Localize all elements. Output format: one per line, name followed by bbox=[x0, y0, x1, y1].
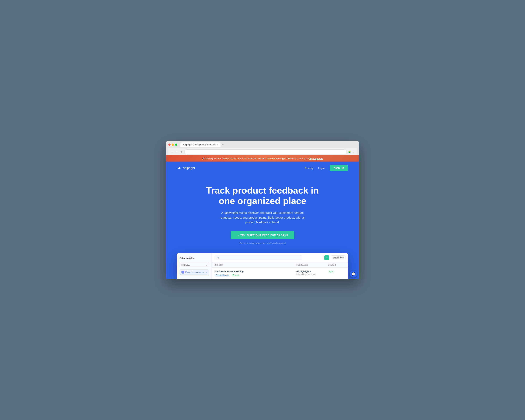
forward-button[interactable]: → bbox=[175, 150, 179, 154]
hero-title: Track product feedback in one organized … bbox=[201, 185, 324, 206]
sorted-by-dropdown[interactable]: Sorted by ▾ bbox=[331, 255, 346, 260]
browser-addressbar: ← → ↺ 🧩 ⋮ bbox=[168, 149, 357, 155]
nav-buttons: ← → ↺ bbox=[170, 150, 183, 154]
tab-title: Shipright - Track product feedback bbox=[183, 143, 215, 146]
dropdown-arrow: ▾ bbox=[206, 264, 207, 266]
col-insight: INSIGHT bbox=[215, 264, 296, 266]
app-preview: Filter Insights Status ▾ Enterprise cust… bbox=[177, 253, 348, 279]
col-status: STATUS bbox=[328, 264, 346, 266]
announcement-banner: 🚀 We've just launched on Product Hunt! T… bbox=[166, 155, 359, 161]
tab-close-button[interactable]: × bbox=[217, 144, 218, 146]
new-tab-button[interactable]: + bbox=[221, 142, 225, 147]
status-badge: WIP bbox=[328, 270, 334, 273]
traffic-lights bbox=[168, 143, 177, 146]
address-bar[interactable] bbox=[184, 149, 347, 154]
pricing-link[interactable]: Pricing bbox=[305, 167, 313, 169]
browser-tabs: Shipright - Track product feedback × + bbox=[180, 142, 225, 147]
announcement-cta[interactable]: Sign up now bbox=[309, 157, 323, 160]
close-button[interactable] bbox=[168, 143, 171, 146]
customer-avatar bbox=[181, 271, 184, 273]
browser-actions: 🧩 ⋮ bbox=[348, 150, 355, 153]
browser-tab-active[interactable]: Shipright - Track product feedback × bbox=[180, 142, 221, 147]
app-main: 🔍 + Sorted by ▾ bbox=[212, 253, 348, 279]
navbar: shipright Pricing Login SIGN UP bbox=[166, 161, 359, 175]
status-dropdown[interactable]: Status ▾ bbox=[179, 263, 209, 267]
status-icon bbox=[181, 264, 184, 266]
signup-button[interactable]: SIGN UP bbox=[330, 165, 348, 171]
tag-projects: Projects bbox=[232, 274, 241, 277]
filter-insights-label: Filter Insights bbox=[177, 257, 212, 261]
logo-icon bbox=[177, 166, 182, 171]
status-label: Status bbox=[184, 264, 190, 266]
maximize-button[interactable] bbox=[175, 143, 177, 146]
refresh-button[interactable]: ↺ bbox=[179, 150, 183, 154]
browser-titlebar: Shipright - Track product feedback × + bbox=[168, 142, 357, 147]
toolbar-actions: + Sorted by ▾ bbox=[324, 255, 346, 260]
insights-table: INSIGHT FEEDBACK STATUS Markdown for com… bbox=[212, 262, 348, 279]
hero-section: Track product feedback in one organized … bbox=[166, 175, 359, 253]
search-icon: 🔍 bbox=[217, 257, 219, 259]
minimize-button[interactable] bbox=[172, 143, 174, 146]
logo-text: shipright bbox=[183, 166, 195, 170]
cta-button[interactable]: → TRY SHIPRIGHT FREE FOR 30 DAYS bbox=[231, 231, 295, 239]
back-button[interactable]: ← bbox=[170, 150, 174, 154]
chat-icon: 💬 bbox=[352, 272, 356, 276]
tag-feature-request: Feature Request bbox=[215, 274, 230, 277]
insight-title: Markdown for commenting bbox=[215, 270, 296, 273]
insight-cell: Markdown for commenting Feature Request … bbox=[215, 270, 296, 277]
extensions-icon[interactable]: 🧩 bbox=[348, 150, 351, 153]
sorted-by-label: Sorted by bbox=[333, 257, 342, 259]
website: 🚀 We've just launched on Product Hunt! T… bbox=[166, 155, 359, 279]
customer-filter-label: Enterprise customers bbox=[185, 271, 204, 273]
announcement-text: 🚀 We've just launched on Product Hunt! T… bbox=[202, 157, 257, 160]
customer-filter[interactable]: Enterprise customers ▾ bbox=[179, 270, 209, 275]
logo[interactable]: shipright bbox=[177, 166, 195, 171]
table-header: INSIGHT FEEDBACK STATUS bbox=[212, 262, 348, 268]
hero-subtitle: A lightweight tool to discover and track… bbox=[217, 211, 308, 225]
sorted-by-arrow: ▾ bbox=[342, 257, 344, 259]
login-link[interactable]: Login bbox=[318, 167, 325, 169]
status-cell: WIP bbox=[328, 270, 346, 273]
search-bar[interactable]: 🔍 bbox=[215, 255, 302, 260]
chat-widget[interactable]: 💬 bbox=[350, 271, 357, 278]
menu-icon[interactable]: ⋮ bbox=[352, 150, 355, 153]
app-toolbar: 🔍 + Sorted by ▾ bbox=[212, 253, 348, 262]
hero-note: Get access by today – No credit card req… bbox=[173, 242, 352, 244]
status-filter[interactable]: Status ▾ bbox=[177, 261, 212, 269]
customer-dropdown-arrow: ▾ bbox=[206, 271, 207, 273]
insight-tags: Feature Request Projects bbox=[215, 274, 296, 277]
app-sidebar: Filter Insights Status ▾ Enterprise cust… bbox=[177, 253, 212, 279]
col-feedback: FEEDBACK bbox=[296, 264, 328, 266]
nav-links: Pricing Login SIGN UP bbox=[305, 165, 348, 171]
add-insight-button[interactable]: + bbox=[324, 255, 329, 260]
announcement-highlight: the next 25 customers get 25% off bbox=[258, 157, 294, 160]
announcement-suffix: for a full year! bbox=[295, 157, 309, 160]
feedback-count: 68 Highlights bbox=[296, 270, 328, 273]
table-row[interactable]: Markdown for commenting Feature Request … bbox=[212, 268, 348, 279]
feedback-date: Last added 2 days ago bbox=[296, 273, 328, 275]
feedback-cell: 68 Highlights Last added 2 days ago bbox=[296, 270, 328, 275]
browser-chrome: Shipright - Track product feedback × + ←… bbox=[166, 141, 359, 155]
